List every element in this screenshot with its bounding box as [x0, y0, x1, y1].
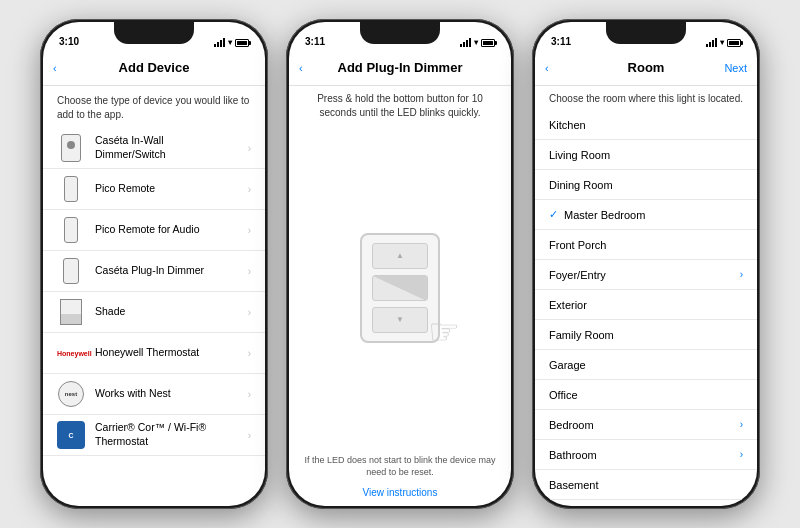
back-button-3[interactable]: ‹: [545, 62, 549, 74]
nav-bar-2: ‹ Add Plug-In Dimmer: [289, 50, 511, 86]
room-label-basement: Basement: [549, 479, 743, 491]
honeywell-chevron: ›: [248, 348, 251, 359]
back-chevron-3: ‹: [545, 62, 549, 74]
back-chevron-2: ‹: [299, 62, 303, 74]
back-chevron-1: ‹: [53, 62, 57, 74]
back-button-1[interactable]: ‹: [53, 62, 57, 74]
status-icons-2: ▾: [460, 38, 495, 47]
device-item-shade[interactable]: Shade ›: [43, 292, 265, 333]
honeywell-icon: Honeywell: [57, 339, 85, 367]
room-label-bedroom: Bedroom: [549, 419, 740, 431]
nav-title-3: Room: [628, 60, 665, 75]
shade-icon: [57, 298, 85, 326]
device-item-plug-dimmer[interactable]: Caséta Plug-In Dimmer ›: [43, 251, 265, 292]
room-item-office[interactable]: Office: [535, 380, 757, 410]
back-button-2[interactable]: ‹: [299, 62, 303, 74]
pico-chevron: ›: [248, 184, 251, 195]
pico-icon: [57, 175, 85, 203]
device-item-nest[interactable]: nest Works with Nest ›: [43, 374, 265, 415]
nav-title-1: Add Device: [119, 60, 190, 75]
signal-icon-1: [214, 38, 225, 47]
room-item-bathroom[interactable]: Bathroom ›: [535, 440, 757, 470]
shade-chevron: ›: [248, 307, 251, 318]
room-list: Kitchen Living Room Dining Room ✓ Master…: [535, 110, 757, 506]
carrier-icon: C: [57, 421, 85, 449]
foyer-expand-icon: ›: [740, 269, 743, 280]
room-item-master[interactable]: ✓ Master Bedroom: [535, 200, 757, 230]
device-item-pico[interactable]: Pico Remote ›: [43, 169, 265, 210]
nav-title-2: Add Plug-In Dimmer: [338, 60, 463, 75]
room-label-exterior: Exterior: [549, 299, 743, 311]
pico-audio-chevron: ›: [248, 225, 251, 236]
next-button[interactable]: Next: [724, 62, 747, 74]
shade-label: Shade: [95, 305, 238, 319]
wifi-icon-1: ▾: [228, 38, 232, 47]
device-item-carrier[interactable]: C Carrier® Cor™ / Wi-Fi® Thermostat ›: [43, 415, 265, 456]
caseta-inwall-label: Caséta In-WallDimmer/Switch: [95, 134, 238, 161]
wifi-icon-3: ▾: [720, 38, 724, 47]
add-device-subtitle: Choose the type of device you would like…: [43, 86, 265, 128]
phone-1: 3:10 ▾ ‹ Add Device Choose the type of d…: [40, 19, 268, 509]
room-label-family: Family Room: [549, 329, 743, 341]
room-item-foyer[interactable]: Foyer/Entry ›: [535, 260, 757, 290]
room-check-master: ✓: [549, 208, 558, 221]
nest-label: Works with Nest: [95, 387, 238, 401]
plug-dimmer-label: Caséta Plug-In Dimmer: [95, 264, 238, 278]
caseta-inwall-chevron: ›: [248, 143, 251, 154]
nav-bar-3: ‹ Room Next: [535, 50, 757, 86]
room-item-dining[interactable]: Dining Room: [535, 170, 757, 200]
room-item-porch[interactable]: Front Porch: [535, 230, 757, 260]
room-label-porch: Front Porch: [549, 239, 743, 251]
room-label-master: Master Bedroom: [564, 209, 743, 221]
pico-label: Pico Remote: [95, 182, 238, 196]
room-item-garage[interactable]: Garage: [535, 350, 757, 380]
battery-icon-2: [481, 39, 495, 47]
choose-room-text: Choose the room where this light is loca…: [535, 86, 757, 110]
screen-2: Press & hold the bottom button for 10 se…: [289, 86, 511, 506]
room-label-office: Office: [549, 389, 743, 401]
battery-icon-3: [727, 39, 741, 47]
screen-3: Choose the room where this light is loca…: [535, 86, 757, 506]
signal-icon-2: [460, 38, 471, 47]
phone-3: 3:11 ▾ ‹ Room Next Choose the room where…: [532, 19, 760, 509]
room-item-family[interactable]: Family Room: [535, 320, 757, 350]
nest-icon: nest: [57, 380, 85, 408]
room-item-living[interactable]: Living Room: [535, 140, 757, 170]
room-label-dining: Dining Room: [549, 179, 743, 191]
status-icons-3: ▾: [706, 38, 741, 47]
room-item-exterior[interactable]: Exterior: [535, 290, 757, 320]
nest-chevron: ›: [248, 389, 251, 400]
device-item-caseta-inwall[interactable]: Caséta In-WallDimmer/Switch ›: [43, 128, 265, 169]
dimmer-instruction: Press & hold the bottom button for 10 se…: [289, 86, 511, 126]
room-label-living: Living Room: [549, 149, 743, 161]
pico-audio-label: Pico Remote for Audio: [95, 223, 238, 237]
room-label-kitchen: Kitchen: [549, 119, 743, 131]
screen-1: Choose the type of device you would like…: [43, 86, 265, 506]
notch-1: [114, 22, 194, 44]
device-item-honeywell[interactable]: Honeywell Honeywell Thermostat ›: [43, 333, 265, 374]
signal-icon-3: [706, 38, 717, 47]
wifi-icon-2: ▾: [474, 38, 478, 47]
bedroom-expand-icon: ›: [740, 419, 743, 430]
battery-icon-1: [235, 39, 249, 47]
dimmer-illustration: ▲ ▼ ☞: [289, 126, 511, 450]
device-item-pico-audio[interactable]: Pico Remote for Audio ›: [43, 210, 265, 251]
room-item-bedroom[interactable]: Bedroom ›: [535, 410, 757, 440]
room-label-bathroom: Bathroom: [549, 449, 740, 461]
room-label-foyer: Foyer/Entry: [549, 269, 740, 281]
bathroom-expand-icon: ›: [740, 449, 743, 460]
device-list: Caséta In-WallDimmer/Switch › Pico Remot…: [43, 128, 265, 506]
status-icons-1: ▾: [214, 38, 249, 47]
status-time-2: 3:11: [305, 36, 325, 47]
status-time-1: 3:10: [59, 36, 79, 47]
room-item-kitchen[interactable]: Kitchen: [535, 110, 757, 140]
plug-dimmer-chevron: ›: [248, 266, 251, 277]
room-item-basement[interactable]: Basement: [535, 470, 757, 500]
notch-2: [360, 22, 440, 44]
pico-audio-icon: [57, 216, 85, 244]
carrier-chevron: ›: [248, 430, 251, 441]
view-instructions-link[interactable]: View instructions: [289, 483, 511, 506]
nav-bar-1: ‹ Add Device: [43, 50, 265, 86]
room-item-hallway[interactable]: Hallway/Stairs ›: [535, 500, 757, 506]
status-time-3: 3:11: [551, 36, 571, 47]
